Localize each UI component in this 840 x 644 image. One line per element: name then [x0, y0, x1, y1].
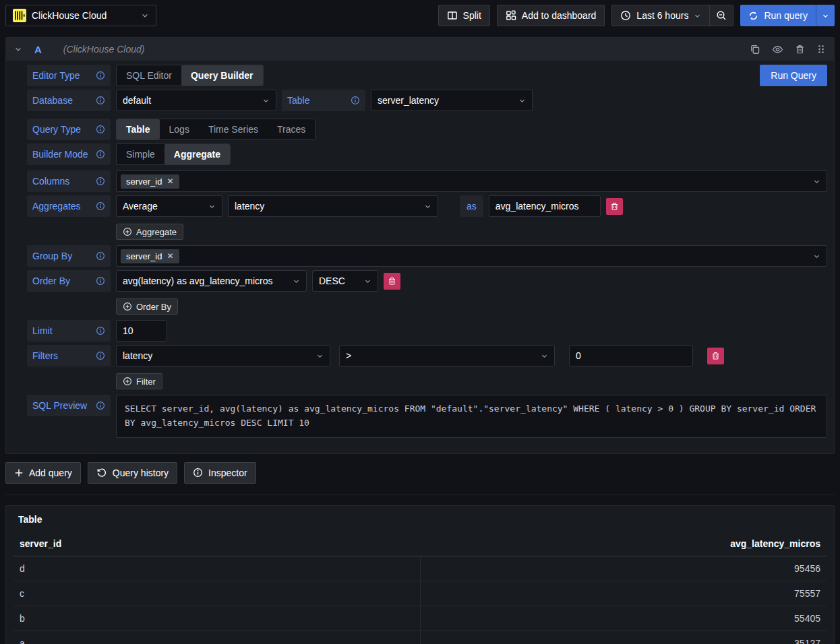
builder-mode-simple-option[interactable]: Simple — [117, 144, 164, 164]
add-filter-button[interactable]: Filter — [116, 373, 162, 389]
query-type-time-series-option[interactable]: Time Series — [199, 119, 268, 139]
add-aggregate-button[interactable]: Aggregate — [116, 224, 183, 240]
chevron-down-icon — [316, 352, 324, 360]
delete-query-trash-icon[interactable] — [795, 44, 805, 55]
info-icon[interactable] — [96, 96, 105, 105]
time-range-label: Last 6 hours — [636, 10, 688, 21]
sql-preview-label: SQL Preview — [27, 395, 111, 416]
chevron-down-icon — [141, 11, 149, 20]
table-cell-avg-latency: 95456 — [420, 556, 827, 581]
info-icon[interactable] — [96, 251, 105, 261]
filters-row: Filters latency > — [27, 345, 827, 366]
editor-run-query-button[interactable]: Run Query — [760, 65, 827, 86]
add-to-dashboard-button[interactable]: Add to dashboard — [497, 5, 605, 26]
query-editor-section: A (ClickHouse Cloud) — [5, 37, 835, 495]
query-editor-panel: A (ClickHouse Cloud) — [5, 37, 835, 454]
query-type-toggle: Table Logs Time Series Traces — [116, 119, 316, 140]
add-order-by-row: Order By — [116, 298, 827, 315]
info-icon[interactable] — [96, 276, 105, 286]
run-query-label: Run query — [764, 10, 808, 21]
query-editor-body: Editor Type SQL Editor Query Builder Run… — [6, 61, 834, 453]
results-table: server_id avg_latency_micros d 95456 c 7… — [13, 534, 827, 644]
limit-input[interactable] — [116, 320, 167, 342]
query-ref-id[interactable]: A — [34, 44, 42, 55]
query-datasource-hint: (ClickHouse Cloud) — [63, 44, 145, 55]
query-type-logs-option[interactable]: Logs — [160, 119, 199, 139]
time-controls: Last 6 hours — [611, 5, 733, 26]
database-label: Database — [27, 90, 111, 111]
database-select[interactable]: default — [116, 90, 276, 111]
table-panel-title: Table — [13, 511, 827, 534]
chevron-down-icon — [813, 253, 820, 260]
chevron-down-icon — [293, 278, 300, 285]
duplicate-query-icon[interactable] — [750, 44, 760, 55]
aggregates-row: Aggregates Average latency — [27, 195, 827, 217]
aggregate-column-select[interactable]: latency — [228, 195, 438, 217]
inspector-button[interactable]: Inspector — [184, 462, 256, 484]
column-header-avg-latency[interactable]: avg_latency_micros — [420, 534, 827, 556]
aggregate-alias-input[interactable] — [489, 195, 601, 217]
filter-value-input[interactable] — [569, 345, 693, 366]
remove-order-by-button[interactable] — [384, 273, 400, 290]
builder-mode-toggle: Simple Aggregate — [116, 143, 231, 165]
info-icon[interactable] — [96, 201, 105, 211]
group-by-multiselect[interactable]: server_id ✕ — [116, 245, 827, 267]
chevron-down-icon — [364, 278, 371, 285]
split-button[interactable]: Split — [438, 5, 490, 26]
query-type-table-option[interactable]: Table — [117, 119, 160, 139]
info-icon[interactable] — [96, 351, 105, 360]
aggregate-function-select[interactable]: Average — [116, 195, 222, 217]
info-icon[interactable] — [96, 125, 105, 134]
table-label: Table — [282, 90, 365, 111]
add-order-by-button[interactable]: Order By — [116, 298, 178, 315]
info-icon[interactable] — [96, 176, 105, 186]
datasource-picker[interactable]: ClickHouse Cloud — [5, 5, 156, 26]
drag-handle-icon[interactable] — [816, 44, 826, 55]
filter-operator-select[interactable]: > — [339, 345, 555, 366]
plus-circle-icon — [123, 227, 132, 236]
column-header-server-id[interactable]: server_id — [13, 534, 420, 556]
order-by-row: Order By avg(latency) as avg_latency_mic… — [27, 270, 827, 292]
zoom-out-button[interactable] — [710, 5, 733, 26]
chevron-down-icon — [208, 203, 216, 210]
builder-mode-aggregate-option[interactable]: Aggregate — [164, 144, 230, 164]
run-query-button[interactable]: Run query — [740, 5, 816, 26]
editor-type-row: Editor Type SQL Editor Query Builder Run… — [27, 65, 827, 86]
query-type-row: Query Type Table Logs Time Series Traces — [27, 119, 827, 140]
order-by-field-select[interactable]: avg(latency) as avg_latency_micros — [116, 270, 307, 292]
history-icon — [96, 468, 107, 478]
info-icon[interactable] — [96, 326, 105, 335]
sql-editor-option[interactable]: SQL Editor — [117, 65, 181, 86]
query-row-actions — [750, 44, 826, 55]
query-row-header: A (ClickHouse Cloud) — [6, 38, 834, 61]
info-icon[interactable] — [351, 96, 360, 105]
order-by-direction-select[interactable]: DESC — [312, 270, 378, 292]
remove-tag-icon[interactable]: ✕ — [167, 176, 173, 186]
add-query-button[interactable]: Add query — [5, 462, 81, 484]
remove-aggregate-button[interactable] — [606, 198, 623, 215]
filter-column-select[interactable]: latency — [116, 345, 330, 366]
time-range-button[interactable]: Last 6 hours — [611, 5, 710, 26]
table-cell-server-id: b — [13, 606, 420, 631]
query-type-traces-option[interactable]: Traces — [268, 119, 315, 139]
query-history-button[interactable]: Query history — [88, 462, 177, 484]
columns-label: Columns — [27, 170, 111, 192]
hide-query-eye-icon[interactable] — [772, 44, 783, 55]
group-by-row: Group By server_id ✕ — [27, 245, 827, 267]
database-table-row: Database default Table — [27, 90, 827, 111]
add-aggregate-row: Aggregate — [116, 224, 827, 240]
datasource-name: ClickHouse Cloud — [32, 10, 136, 21]
info-icon[interactable] — [96, 150, 105, 159]
remove-filter-button[interactable] — [707, 348, 724, 364]
collapse-chevron-icon[interactable] — [14, 45, 22, 53]
sql-preview-row: SQL Preview SELECT server_id, avg(latenc… — [27, 395, 827, 438]
info-icon[interactable] — [96, 401, 105, 410]
run-query-dropdown-button[interactable] — [816, 5, 835, 26]
remove-tag-icon[interactable]: ✕ — [167, 251, 173, 261]
limit-row: Limit — [27, 320, 827, 342]
info-icon[interactable] — [96, 71, 105, 80]
query-builder-option[interactable]: Query Builder — [181, 65, 263, 86]
table-cell-avg-latency: 55405 — [420, 606, 827, 631]
columns-multiselect[interactable]: server_id ✕ — [116, 170, 827, 192]
table-select[interactable]: server_latency — [371, 90, 533, 111]
